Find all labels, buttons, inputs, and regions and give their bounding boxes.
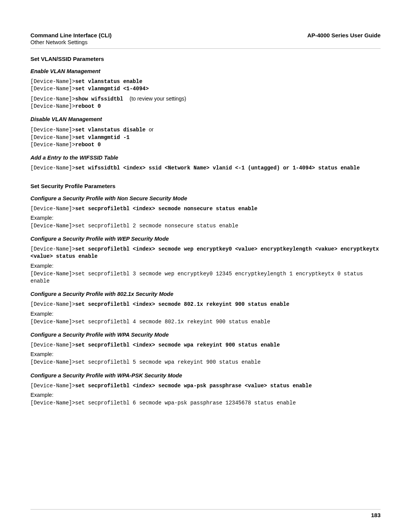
page-footer: 183 [30,509,381,518]
cmd: set secprofiletbl <index> secmode wpa re… [75,342,280,348]
prompt: [Device-Name]> [30,206,75,212]
code-disable-vlan: [Device-Name]>set vlanstatus disable or … [30,126,381,149]
example-label: Example: [30,392,381,398]
cmd: set secprofiletbl <index> secmode nonsec… [75,206,258,212]
cmd: reboot 0 [75,103,101,109]
prompt: [Device-Name]> [30,103,75,109]
cmd: set secprofiletbl <index> secmode wpa-ps… [75,383,312,389]
code-enable-vlan-2: [Device-Name]>show wifssidtbl (to review… [30,95,381,110]
cmd: reboot 0 [75,142,101,148]
footer-divider [30,509,381,510]
sub-heading-add-entry: Add a Entry to the WIFSSID Table [30,155,381,161]
code-enable-vlan-1: [Device-Name]>set vlanstatus enable [Dev… [30,78,381,93]
prompt: [Device-Name]> [30,383,75,389]
sub-heading-wpapsk: Configure a Security Profile with WPA-PS… [30,372,381,379]
cmd: set secprofiletbl <index> secmode wep en… [30,246,382,259]
page-header: Command Line Interface (CLI) AP-4000 Ser… [30,32,381,38]
sub-heading-disable-vlan: Disable VLAN Management [30,116,381,122]
sub-heading-wep: Configure a Security Profile with WEP Se… [30,236,381,242]
prompt: [Device-Name]> [30,78,75,85]
prompt: [Device-Name]> [30,342,75,348]
section-title-vlan: Set VLAN/SSID Parameters [30,56,381,62]
cmd: show wifssidtbl [75,96,123,102]
code-wpapsk-cmd: [Device-Name]>set secprofiletbl <index> … [30,382,381,390]
sub-heading-8021x: Configure a Security Profile with 802.1x… [30,291,381,297]
cmd: set vlanstatus enable [75,78,142,85]
prompt: [Device-Name]> [30,96,75,102]
cmd: set wifssidtbl <index> ssid <Network Nam… [75,165,360,171]
code-8021x-example: [Device-Name]>set secprofiletbl 4 secmod… [30,318,381,326]
or-label: or [149,126,153,133]
code-add-entry: [Device-Name]>set wifssidtbl <index> ssi… [30,165,381,172]
prompt: [Device-Name]> [30,86,75,92]
example-label: Example: [30,215,381,221]
code-wep-cmd: [Device-Name]>set secprofiletbl <index> … [30,246,381,260]
code-wep-example: [Device-Name]>set secprofiletbl 3 secmod… [30,270,381,285]
sub-heading-wpa: Configure a Security Profile with WPA Se… [30,332,381,338]
header-sub: Other Network Settings [30,39,381,45]
cmd: set vlanmgmtid <1-4094> [75,86,149,92]
code-wpa-cmd: [Device-Name]>set secprofiletbl <index> … [30,342,381,349]
cmd: set vlanmgmtid -1 [75,134,130,141]
prompt: [Device-Name]> [30,142,75,148]
section-title-security: Set Security Profile Parameters [30,183,381,189]
header-left-title: Command Line Interface (CLI) [30,32,112,38]
sub-heading-nonsecure: Configure a Security Profile with Non Se… [30,195,381,201]
page-number: 183 [30,512,381,518]
example-label: Example: [30,263,381,269]
code-wpa-example: [Device-Name]>set secprofiletbl 5 secmod… [30,359,381,366]
header-right-title: AP-4000 Series User Guide [307,32,381,38]
code-nonsecure-cmd: [Device-Name]>set secprofiletbl <index> … [30,205,381,212]
cmd: set vlanstatus disable [75,127,146,133]
code-8021x-cmd: [Device-Name]>set secprofiletbl <index> … [30,301,381,308]
code-nonsecure-example: [Device-Name]>set secprofiletbl 2 secmod… [30,222,381,230]
prompt: [Device-Name]> [30,246,75,252]
prompt: [Device-Name]> [30,127,75,133]
sub-heading-enable-vlan: Enable VLAN Management [30,68,381,74]
prompt: [Device-Name]> [30,301,75,307]
example-label: Example: [30,351,381,357]
prompt: [Device-Name]> [30,165,75,171]
code-wpapsk-example: [Device-Name]>set secprofiletbl 6 secmod… [30,399,381,407]
cmd: set secprofiletbl <index> secmode 802.1x… [75,301,290,307]
header-divider [30,48,381,49]
note: (to review your settings) [129,96,186,102]
prompt: [Device-Name]> [30,134,75,141]
example-label: Example: [30,311,381,317]
